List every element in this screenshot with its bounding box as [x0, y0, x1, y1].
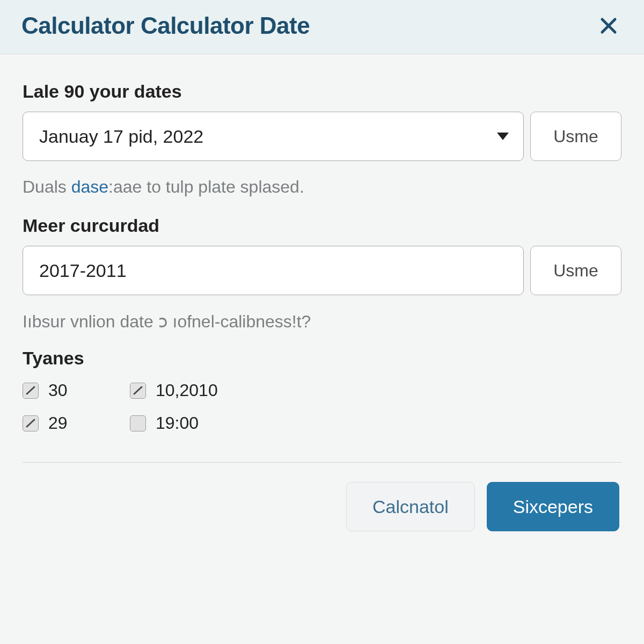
dates-usme-button[interactable]: Usme: [530, 112, 621, 161]
check-icon: [25, 385, 36, 396]
checkbox-label: 19:00: [156, 413, 199, 433]
checkbox-row: 29: [23, 413, 130, 433]
tyanes-label: Tyanes: [23, 348, 621, 369]
dialog-title: Calculator Calculator Date: [21, 12, 310, 39]
curcurdad-label: Meer curcurdad: [23, 215, 621, 236]
check-icon: [133, 385, 143, 396]
dates-select[interactable]: Januay 17 pid, 2022: [23, 112, 524, 161]
dates-help-link[interactable]: dase: [71, 177, 108, 196]
checkbox-row: 19:00: [130, 413, 291, 433]
dialog-header: Calculator Calculator Date: [0, 0, 644, 54]
curcurdad-input[interactable]: 2017-2011: [23, 246, 524, 295]
calcnatol-button[interactable]: Calcnatol: [346, 482, 475, 531]
tyanes-checkbox-group: 30 10,2010 29 19:00: [23, 380, 621, 433]
curcurdad-usme-button[interactable]: Usme: [530, 246, 621, 295]
checkbox-10-2010[interactable]: [130, 383, 146, 399]
footer-divider: [23, 462, 621, 463]
checkbox-row: 30: [23, 380, 130, 400]
curcurdad-input-value: 2017-2011: [39, 260, 127, 281]
dates-help-text: Duals dase:aae to tulp plate splased.: [23, 177, 621, 197]
checkbox-label: 10,2010: [156, 380, 218, 400]
dates-help-pre: Duals: [23, 177, 71, 196]
checkbox-label: 30: [48, 380, 68, 400]
dates-help-post: :aae to tulp plate splased.: [108, 177, 304, 196]
checkbox-19-00[interactable]: [130, 415, 146, 431]
dates-label: Lale 90 your dates: [23, 81, 621, 102]
close-icon: [599, 16, 618, 35]
checkbox-row: 10,2010: [130, 380, 291, 400]
dialog-footer: Calcnatol Sixcepers: [23, 482, 621, 531]
check-icon: [25, 418, 36, 429]
close-button[interactable]: [595, 12, 623, 40]
sixcepers-button[interactable]: Sixcepers: [487, 482, 619, 531]
checkbox-30[interactable]: [23, 383, 39, 399]
curcurdad-help-text: Iıbsur vnlion date ɔ ıofnel-calibness!t?: [23, 311, 621, 332]
checkbox-label: 29: [48, 413, 68, 433]
dates-select-value: Januay 17 pid, 2022: [39, 126, 203, 147]
checkbox-29[interactable]: [23, 415, 39, 431]
